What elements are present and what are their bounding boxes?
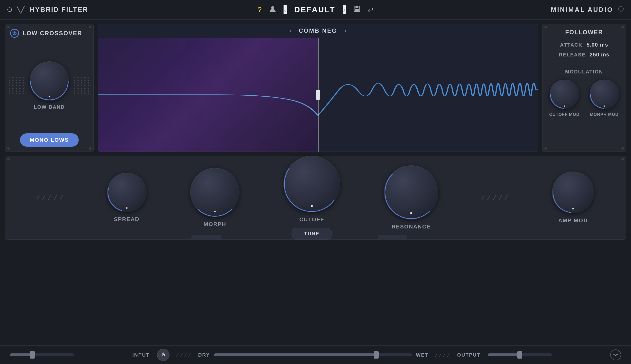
attack-value: 5.00 ms xyxy=(587,42,608,48)
filter-next-button[interactable]: › xyxy=(345,28,346,34)
dry-wet-fader-group: DRY WET xyxy=(198,352,428,358)
tune-button[interactable]: TUNE xyxy=(291,228,332,240)
resonance-knob[interactable] xyxy=(384,165,438,220)
cutoff-indicator xyxy=(311,205,313,207)
dots-pattern-left xyxy=(9,77,25,94)
attack-label: ATTACK xyxy=(560,42,583,48)
filter-type-name: COMB NEG xyxy=(299,27,337,34)
hash-pattern-right: / / / / / xyxy=(481,194,509,202)
logo-icon: ○ xyxy=(8,8,12,12)
user-button[interactable] xyxy=(269,6,276,14)
output-fader-group xyxy=(488,354,603,356)
morph-label: MORPH xyxy=(203,221,226,228)
output-label: OUTPUT xyxy=(457,352,480,358)
morph-knob-group: MORPH xyxy=(190,168,239,228)
svg-point-4 xyxy=(618,6,623,11)
output-fader-fill xyxy=(488,354,520,356)
filter-display-panel: ‹ COMB NEG › xyxy=(98,24,538,152)
top-bar-center: ? ‹ DEFAULT › ⇄ xyxy=(257,5,374,14)
dry-wet-fader-fill xyxy=(214,354,377,356)
low-crossover-title: LOW CROSSOVER xyxy=(23,30,82,37)
preset-name: DEFAULT xyxy=(294,5,335,14)
panel-header: ⏻ LOW CROSSOVER xyxy=(10,29,82,38)
follower-params: ATTACK 5.00 ms RELEASE 250 ms xyxy=(547,42,621,63)
release-value: 250 ms xyxy=(589,52,609,58)
amp-mod-knob[interactable] xyxy=(552,172,594,214)
bottom-tab-right xyxy=(378,235,407,239)
hash-right-bottom: / / / / xyxy=(435,352,451,358)
waveform-icon: ╲╱ xyxy=(17,6,25,14)
cutoff-handle[interactable] xyxy=(316,90,320,100)
low-band-knob[interactable] xyxy=(30,61,69,101)
cutoff-knob[interactable] xyxy=(283,156,340,212)
hash-pattern-left: / / / / / xyxy=(36,194,64,202)
input-fader-thumb[interactable] xyxy=(30,351,35,358)
help-button[interactable]: ? xyxy=(257,6,262,14)
wet-label: WET xyxy=(416,352,428,358)
output-fader-thumb[interactable] xyxy=(517,351,522,358)
cutoff-mod-knob[interactable] xyxy=(550,80,579,109)
chevron-up-button[interactable] xyxy=(157,349,169,361)
low-band-label: LOW BAND xyxy=(34,104,65,110)
output-fader-track[interactable] xyxy=(488,354,552,356)
top-bar-right: MINIMAL AUDIO xyxy=(551,6,623,14)
morph-knob-ring xyxy=(191,168,239,217)
dry-wet-fader-track[interactable] xyxy=(214,354,412,356)
preset-prev-button[interactable]: ‹ xyxy=(283,5,287,14)
bottom-tab-left xyxy=(191,235,221,239)
dots-pattern-right xyxy=(74,77,90,94)
wave-button[interactable] xyxy=(610,350,621,360)
cutoff-knob-group: CUTOFF TUNE xyxy=(283,156,340,240)
spread-indicator xyxy=(126,207,128,209)
input-fader-group xyxy=(10,354,125,356)
plugin-name: HYBRID FILTER xyxy=(30,6,88,14)
modulation-section: MODULATION CUTOFF MOD xyxy=(547,69,621,117)
dry-wet-fader-thumb[interactable] xyxy=(374,351,379,358)
follower-panel: FOLLOWER ATTACK 5.00 ms RELEASE 250 ms M… xyxy=(542,24,626,152)
spread-knob-ring xyxy=(100,166,153,218)
filter-display[interactable] xyxy=(98,38,538,152)
svg-point-0 xyxy=(271,6,274,9)
spread-label: SPREAD xyxy=(114,216,140,222)
cutoff-mod-container: CUTOFF MOD xyxy=(549,80,579,117)
modulation-title: MODULATION xyxy=(565,69,603,75)
low-band-knob-ring xyxy=(22,54,77,108)
filter-header: ‹ COMB NEG › xyxy=(98,24,538,38)
input-label: INPUT xyxy=(132,352,150,358)
morph-knob[interactable] xyxy=(190,168,239,217)
power-icon: ⏻ xyxy=(12,31,17,36)
resonance-label: RESONANCE xyxy=(392,224,431,230)
hash-left-bottom: / / / / xyxy=(176,352,192,358)
mod-knobs: CUTOFF MOD MORPH MOD xyxy=(549,80,619,117)
resonance-knob-ring xyxy=(385,166,438,219)
top-bar: ○ ╲╱ HYBRID FILTER ? ‹ DEFAULT › ⇄ MINIM… xyxy=(0,0,631,20)
low-crossover-panel: ⏻ LOW CROSSOVER xyxy=(5,24,94,152)
attack-param: ATTACK 5.00 ms xyxy=(547,42,621,48)
release-label: RELEASE xyxy=(559,52,585,58)
amp-mod-label: AMP MOD xyxy=(558,217,588,224)
morph-mod-knob[interactable] xyxy=(589,80,619,109)
svg-rect-3 xyxy=(355,9,359,11)
filter-prev-button[interactable]: ‹ xyxy=(289,28,291,34)
morph-mod-indicator xyxy=(604,106,605,107)
shuffle-button[interactable]: ⇄ xyxy=(368,6,374,14)
amp-mod-knob-ring xyxy=(544,164,602,221)
input-fader-track[interactable] xyxy=(10,354,74,356)
resonance-indicator xyxy=(410,212,412,214)
bottom-bar: INPUT / / / / DRY WET / / / / OUTPUT xyxy=(0,345,631,364)
amp-mod-knob-group: AMP MOD xyxy=(552,172,594,224)
main-content: ⏻ LOW CROSSOVER xyxy=(0,20,631,345)
low-band-knob-area: LOW BAND xyxy=(10,43,89,128)
cutoff-mod-ring xyxy=(544,74,585,114)
spread-knob[interactable] xyxy=(107,173,147,212)
mono-lows-button[interactable]: MONO LOWS xyxy=(20,133,79,147)
save-button[interactable] xyxy=(354,6,360,14)
preset-next-button[interactable]: › xyxy=(343,5,346,14)
cutoff-label: CUTOFF xyxy=(299,216,324,223)
power-button[interactable]: ⏻ xyxy=(10,29,19,38)
spread-knob-group: SPREAD xyxy=(107,173,147,222)
settings-icon xyxy=(618,6,623,13)
svg-rect-2 xyxy=(356,6,359,8)
resonance-knob-group: RESONANCE xyxy=(384,165,438,230)
bottom-panel: / / / / / SPREAD MORPH CUTOFF TUNE xyxy=(5,156,626,240)
